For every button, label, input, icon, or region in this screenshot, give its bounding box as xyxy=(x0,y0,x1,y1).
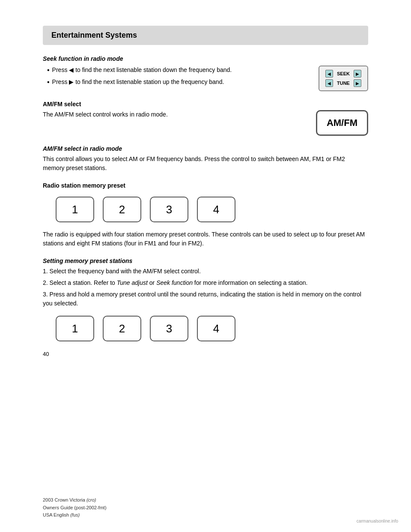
preset-button-4-label: 4 xyxy=(213,203,219,216)
seek-tune-illustration: ◀ SEEK ▶ ◀ TUNE ▶ xyxy=(319,66,368,91)
preset-button-2-1-label: 1 xyxy=(72,322,78,335)
footer-line-2: Owners Guide (post-2002-fmt) xyxy=(43,504,107,512)
seek-section-title: Seek function in radio mode xyxy=(43,55,368,62)
preset-button-1-label: 1 xyxy=(72,203,78,216)
page-number: 40 xyxy=(43,351,368,357)
footer-text: 2003 Crown Victoria (cro) Owners Guide (… xyxy=(43,496,107,519)
amfm-box: AM/FM xyxy=(316,110,368,136)
seek-bullet-1: • Press ◀ to find the next listenable st… xyxy=(47,66,306,75)
seek-row: ◀ SEEK ▶ xyxy=(325,70,361,78)
amfm-radio-description: This control allows you to select AM or … xyxy=(43,155,368,173)
amfm-text-col: The AM/FM select control works in radio … xyxy=(43,110,303,122)
preset-button-2-2[interactable]: 2 xyxy=(103,316,141,341)
footer-guide: Owners Guide (post-2002-fmt) xyxy=(43,505,107,510)
watermark: carmanualsonline.info xyxy=(357,519,398,523)
amfm-select-section: AM/FM select The AM/FM select control wo… xyxy=(43,101,368,136)
step2-link2: Seek function xyxy=(156,279,193,286)
footer-model-code: (cro) xyxy=(86,497,96,502)
tune-right-arrow[interactable]: ▶ xyxy=(354,79,361,87)
setting-memory-section: Setting memory preset stations 1. Select… xyxy=(43,257,368,341)
amfm-label: AM/FM xyxy=(327,117,357,128)
seek-left-arrow[interactable]: ◀ xyxy=(325,70,333,78)
footer-language-code: (fus) xyxy=(70,512,80,517)
preset-button-2-3[interactable]: 3 xyxy=(150,316,188,341)
preset-button-4[interactable]: 4 xyxy=(197,197,235,222)
amfm-button-illustration: AM/FM xyxy=(316,110,368,136)
tune-left-arrow[interactable]: ◀ xyxy=(325,79,333,87)
preset-buttons-group-1: 1 2 3 4 xyxy=(56,197,368,222)
seek-bullet-2-text: Press ▶ to find the next listenable stat… xyxy=(52,78,224,87)
amfm-radio-mode-section: AM/FM select in radio mode This control … xyxy=(43,145,368,173)
footer-model: 2003 Crown Victoria xyxy=(43,497,86,502)
seek-bullet-2: • Press ▶ to find the next listenable st… xyxy=(47,78,306,87)
tune-label: TUNE xyxy=(336,81,351,86)
footer-line-1: 2003 Crown Victoria (cro) xyxy=(43,496,107,504)
step2-middle: or xyxy=(148,279,156,286)
bullet-dot-1: • xyxy=(47,66,50,75)
preset-button-2-4[interactable]: 4 xyxy=(197,316,235,341)
step2-prefix: 2. Select a station. Refer to xyxy=(43,279,117,286)
amfm-radio-title: AM/FM select in radio mode xyxy=(43,145,368,152)
footer-line-3: USA English (fus) xyxy=(43,511,107,519)
setting-step-3: 3. Press and hold a memory preset contro… xyxy=(43,290,368,308)
seek-label: SEEK xyxy=(336,71,351,76)
preset-button-2-4-label: 4 xyxy=(213,322,219,335)
radio-station-memory-section: Radio station memory preset 1 2 3 4 The … xyxy=(43,182,368,248)
header-banner: Entertainment Systems xyxy=(43,26,368,45)
radio-station-memory-description: The radio is equipped with four station … xyxy=(43,230,368,248)
amfm-description: The AM/FM select control works in radio … xyxy=(43,110,303,119)
seek-bullet-1-text: Press ◀ to find the next listenable stat… xyxy=(52,66,232,75)
preset-button-2-2-label: 2 xyxy=(119,322,125,335)
preset-button-3[interactable]: 3 xyxy=(150,197,188,222)
page-title: Entertainment Systems xyxy=(51,31,360,40)
preset-button-2-3-label: 3 xyxy=(166,322,172,335)
seek-bullet-list: • Press ◀ to find the next listenable st… xyxy=(47,66,306,87)
preset-button-3-label: 3 xyxy=(166,203,172,216)
step2-suffix: for more information on selecting a stat… xyxy=(193,279,307,286)
seek-text-col: • Press ◀ to find the next listenable st… xyxy=(43,66,306,90)
seek-tune-box: ◀ SEEK ▶ ◀ TUNE ▶ xyxy=(319,66,368,91)
radio-station-memory-title: Radio station memory preset xyxy=(43,182,368,189)
preset-button-2[interactable]: 2 xyxy=(103,197,141,222)
setting-step-1: 1. Select the frequency band with the AM… xyxy=(43,267,368,276)
seek-function-section: Seek function in radio mode • Press ◀ to… xyxy=(43,55,368,91)
setting-step-2: 2. Select a station. Refer to Tune adjus… xyxy=(43,278,368,287)
preset-button-1[interactable]: 1 xyxy=(56,197,94,222)
seek-right-arrow[interactable]: ▶ xyxy=(354,70,361,78)
seek-content-row: • Press ◀ to find the next listenable st… xyxy=(43,66,368,91)
preset-button-2-label: 2 xyxy=(119,203,125,216)
tune-row: ◀ TUNE ▶ xyxy=(325,79,361,87)
footer: 2003 Crown Victoria (cro) Owners Guide (… xyxy=(43,496,107,519)
amfm-content-row: The AM/FM select control works in radio … xyxy=(43,110,368,136)
step2-link1: Tune adjust xyxy=(117,279,148,286)
setting-memory-title: Setting memory preset stations xyxy=(43,257,368,264)
preset-button-2-1[interactable]: 1 xyxy=(56,316,94,341)
preset-buttons-group-2: 1 2 3 4 xyxy=(56,316,368,341)
bullet-dot-2: • xyxy=(47,78,50,87)
amfm-select-title: AM/FM select xyxy=(43,101,368,108)
footer-language: USA English xyxy=(43,512,70,517)
